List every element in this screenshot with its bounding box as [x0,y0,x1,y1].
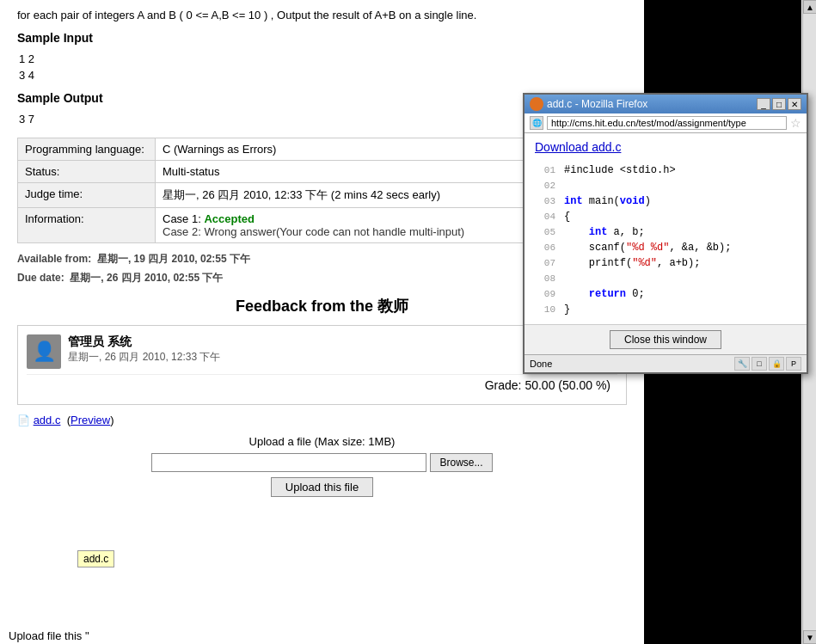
submission-table: Programming language: C (Warnings as Err… [17,138,550,243]
upload-row: Browse... [26,453,618,472]
case1-label: Case 1: [163,212,201,225]
firefox-titlebar: add.c - Mozilla Firefox _ □ ✕ [525,95,807,113]
file-tooltip: add.c [77,550,114,567]
restore-button[interactable]: □ [772,98,786,110]
code-line-08: 08 [535,271,796,286]
case1-status: Accepted [204,212,255,225]
table-row-status: Status: Multi-status [18,161,550,183]
code-line-06: 06 scanf("%d %d", &a, &b); [535,240,796,255]
code-line-01: 01 #include <stdio.h> [535,163,796,178]
code-line-07: 07 printf("%d", a+b); [535,255,796,271]
upload-section: Upload a file (Max size: 1MB) Browse... … [26,435,618,497]
firefox-title-left: add.c - Mozilla Firefox [530,97,647,111]
sample-input-label: Sample Input [17,29,627,47]
status-icon-3[interactable]: 🔒 [769,357,784,371]
code-line-04: 04 { [535,209,796,224]
feedback-user-info: 管理员 系统 星期一, 26 四月 2010, 12:33 下午 [68,334,220,365]
available-value: 星期一, 19 四月 2010, 02:55 下午 [97,253,250,265]
code-area: 01 #include <stdio.h> 02 03 int main(voi… [535,163,796,317]
table-row-info: Information: Case 1: Accepted Case 2: Wr… [18,208,550,243]
code-line-03: 03 int main(void) [535,193,796,209]
browse-button[interactable]: Browse... [430,453,492,472]
due-value: 星期一, 26 四月 2010, 02:55 下午 [70,272,223,284]
preview-link[interactable]: Preview [71,414,110,426]
judge-label: Judge time: [18,183,156,208]
avatar: 👤 [27,334,61,369]
status-icons: 🔧 □ 🔒 P [734,357,801,371]
case2-text: Case 2: Wrong answer(Your code can not h… [163,225,464,238]
sample-input-1: 1 2 [19,51,627,68]
sample-input-2: 3 4 [19,67,627,84]
problem-text: for each pair of integers A and B ( 0 <=… [17,7,627,24]
code-line-02: 02 [535,178,796,193]
firefox-window-buttons: _ □ ✕ [757,98,801,110]
firefox-addressbar: 🌐 http://cms.hit.edu.cn/test/mod/assignm… [525,113,807,133]
status-value: Multi-status [156,161,550,183]
firefox-popup: add.c - Mozilla Firefox _ □ ✕ 🌐 http://c… [523,93,808,374]
file-links-area: 📄 add.c (Preview) add.c [17,414,627,426]
scrollbar-down[interactable]: ▼ [803,630,816,644]
file-download-link[interactable]: add.c [34,414,61,426]
address-url[interactable]: http://cms.hit.edu.cn/test/mod/assignmen… [547,116,787,130]
table-row-lang: Programming language: C (Warnings as Err… [18,138,550,161]
status-icon-2[interactable]: □ [752,357,767,371]
page-icon: 🌐 [530,116,543,130]
minimize-button[interactable]: _ [757,98,770,110]
scrollbar-up[interactable]: ▲ [803,0,816,14]
bottom-text: Upload file this " [0,629,644,644]
file-links-row: 📄 add.c (Preview) [17,414,627,426]
file-input[interactable] [151,453,426,472]
firefox-statusbar: Done 🔧 □ 🔒 P [525,354,807,372]
firefox-content: Download add.c 01 #include <stdio.h> 02 … [525,133,807,324]
available-label: Available from: [17,253,91,265]
upload-label: Upload a file (Max size: 1MB) [26,435,618,448]
feedback-date: 星期一, 26 四月 2010, 12:33 下午 [68,350,220,365]
table-row-judge: Judge time: 星期一, 26 四月 2010, 12:33 下午 (2… [18,183,550,208]
due-label: Due date: [17,272,64,284]
info-value: Case 1: Accepted Case 2: Wrong answer(Yo… [156,208,550,243]
feedback-username: 管理员 系统 [68,334,220,350]
close-button[interactable]: ✕ [788,98,801,110]
user-icon: 👤 [33,340,56,363]
close-window-button[interactable]: Close this window [610,330,721,349]
bottom-text-content: Upload file this " [9,629,89,642]
code-line-09: 09 return 0; [535,286,796,302]
status-text: Done [530,359,552,369]
status-icon-1[interactable]: 🔧 [734,357,750,371]
code-line-05: 05 int a, b; [535,224,796,240]
grade-display: Grade: 50.00 (50.00 %) [27,374,617,396]
upload-button[interactable]: Upload this file [271,477,373,497]
download-link[interactable]: Download add.c [535,140,796,154]
bookmark-star-icon[interactable]: ☆ [790,116,801,130]
lang-label: Programming language: [18,138,156,161]
status-icon-4[interactable]: P [786,357,801,371]
status-label: Status: [18,161,156,183]
close-window-btn-row: Close this window [525,324,807,354]
lang-value: C (Warnings as Errors) [156,138,550,161]
judge-value: 星期一, 26 四月 2010, 12:33 下午 (2 mins 42 sec… [156,183,550,208]
info-label: Information: [18,208,156,243]
firefox-icon [530,97,543,111]
code-line-10: 10 } [535,302,796,317]
file-icon: 📄 [17,414,30,426]
firefox-title-text: add.c - Mozilla Firefox [547,98,647,110]
